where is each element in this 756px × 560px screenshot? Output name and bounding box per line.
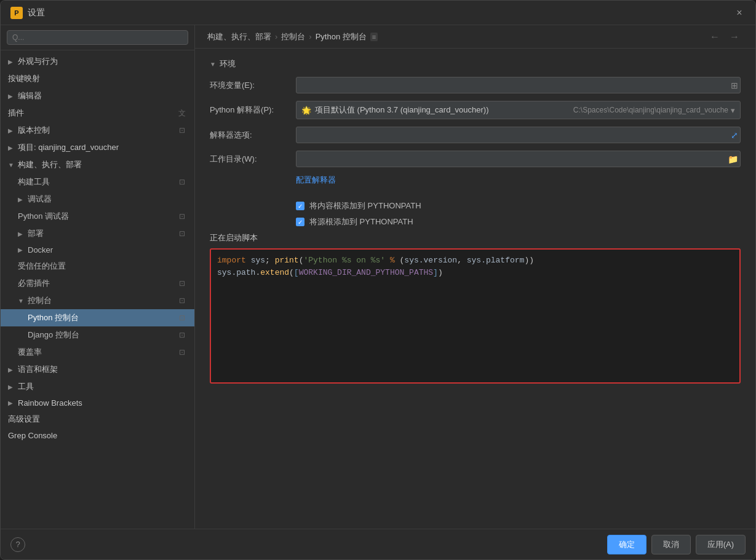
chevron-right-icon: ▶ [8, 58, 15, 65]
sidebar-item-appearance[interactable]: ▶ 外观与行为 [1, 53, 194, 70]
settings-icon: ⊡ [177, 296, 187, 306]
apply-button[interactable]: 应用(A) [696, 535, 746, 554]
code-line-2: sys.path.extend([WORKING_DIR_AND_PYTHON_… [217, 267, 733, 279]
sidebar-item-rainbow-brackets[interactable]: ▶ Rainbow Brackets [1, 395, 194, 411]
interpreter-options-label: 解释器选项: [210, 130, 296, 141]
checkbox2-container[interactable]: ✓ 将源根添加到 PYTHONPATH [296, 216, 413, 227]
bottom-bar: ? 确定 取消 应用(A) [1, 529, 755, 559]
breadcrumb: 构建、执行、部署 › 控制台 › Python 控制台 ≡ [207, 31, 706, 42]
sidebar-item-build[interactable]: ▼ 构建、执行、部署 [1, 156, 194, 173]
sidebar-item-build-tools[interactable]: 构建工具 ⊡ [1, 173, 194, 191]
working-dir-label: 工作目录(W): [210, 154, 296, 165]
sidebar-item-label: Grep Console [8, 431, 57, 440]
forward-arrow[interactable]: → [726, 30, 743, 44]
sidebar-item-advanced[interactable]: 高级设置 [1, 411, 194, 428]
sidebar-item-vcs[interactable]: ▶ 版本控制 ⊡ [1, 122, 194, 139]
sidebar-item-editor[interactable]: ▶ 编辑器 [1, 87, 194, 105]
env-vars-row: 环境变量(E): ⊞ [210, 77, 741, 93]
configure-interpreter-row: 配置解释器 [210, 175, 741, 193]
breadcrumb-sep-1: › [275, 32, 277, 41]
check-icon: ✓ [298, 203, 303, 210]
expand-icon[interactable]: ⤢ [731, 130, 738, 140]
sidebar-item-label: 部署 [28, 228, 44, 239]
checkbox2[interactable]: ✓ [296, 218, 304, 226]
close-button[interactable]: × [733, 7, 746, 19]
chevron-down-icon: ▼ [8, 162, 15, 168]
sidebar-item-keymap[interactable]: 按键映射 [1, 70, 194, 87]
sidebar-item-trusted-locations[interactable]: 受信任的位置 [1, 258, 194, 275]
sidebar-item-grep-console[interactable]: Grep Console [1, 428, 194, 443]
code-line-1: import sys; print('Python %s on %s' % (s… [217, 254, 733, 267]
sidebar-item-label: 必需插件 [18, 278, 50, 289]
interpreter-label: Python 解释器(P): [210, 105, 296, 116]
env-vars-label: 环境变量(E): [210, 80, 296, 91]
sidebar-item-deployment[interactable]: ▶ 部署 ⊡ [1, 225, 194, 242]
sidebar-item-label: 外观与行为 [18, 56, 58, 67]
sidebar-item-required-plugins[interactable]: 必需插件 ⊡ [1, 275, 194, 292]
env-section: ▼ 环境 [210, 58, 741, 69]
sidebar-item-python-console[interactable]: Python 控制台 ⊡ [1, 309, 194, 326]
sidebar-item-label: 按键映射 [8, 73, 40, 84]
env-vars-input[interactable] [296, 77, 741, 93]
interpreter-name: 项目默认值 (Python 3.7 (qianjing_card_voucher… [315, 105, 573, 116]
checkbox1-container[interactable]: ✓ 将内容根添加到 PYTHONPATH [296, 200, 421, 211]
folder-icon[interactable]: 📁 [728, 154, 738, 164]
interpreter-options-field: ⤢ [296, 127, 741, 143]
startup-script-editor[interactable]: import sys; print('Python %s on %s' % (s… [210, 248, 741, 384]
settings-icon: ⊡ [177, 330, 187, 340]
search-box [1, 25, 194, 50]
checkbox1-row: ✓ 将内容根添加到 PYTHONPATH [296, 200, 741, 211]
chevron-right-icon: ▶ [18, 196, 25, 203]
chevron-right-icon: ▶ [18, 246, 25, 253]
breadcrumb-bar: 构建、执行、部署 › 控制台 › Python 控制台 ≡ ← → [195, 25, 755, 49]
sidebar-item-console[interactable]: ▼ 控制台 ⊡ [1, 292, 194, 309]
working-dir-field: 📁 [296, 151, 741, 167]
breadcrumb-part-3: Python 控制台 [316, 31, 367, 42]
configure-interpreter-link[interactable]: 配置解释器 [296, 175, 336, 186]
sidebar-item-coverage[interactable]: 覆盖率 ⊡ [1, 344, 194, 361]
settings-icon: ⊡ [177, 313, 187, 323]
collapse-arrow-icon[interactable]: ▼ [210, 61, 216, 68]
translate-icon: 文 [177, 108, 187, 118]
breadcrumb-sep-2: › [309, 32, 311, 41]
bottom-buttons: 确定 取消 应用(A) [607, 535, 746, 554]
settings-icon: ⊡ [177, 347, 187, 357]
interpreter-emoji: 🌟 [301, 106, 311, 115]
sidebar: ▶ 外观与行为 按键映射 ▶ 编辑器 插件 文 [1, 25, 195, 529]
cancel-button[interactable]: 取消 [651, 535, 691, 554]
help-button[interactable]: ? [10, 537, 25, 552]
settings-icon: ⊡ [177, 211, 187, 221]
edit-icon[interactable]: ⊞ [731, 81, 738, 90]
sidebar-list: ▶ 外观与行为 按键映射 ▶ 编辑器 插件 文 [1, 50, 194, 529]
sidebar-item-label: 高级设置 [8, 414, 40, 425]
settings-icon: ⊡ [177, 125, 187, 135]
interpreter-options-row: 解释器选项: ⤢ [210, 127, 741, 143]
dialog-title: 设置 [28, 7, 45, 18]
sidebar-item-plugins[interactable]: 插件 文 [1, 105, 194, 122]
chevron-right-icon: ▶ [8, 400, 15, 406]
sidebar-item-django-console[interactable]: Django 控制台 ⊡ [1, 326, 194, 344]
interpreter-options-input[interactable] [296, 127, 741, 143]
sidebar-item-python-debugger[interactable]: Python 调试器 ⊡ [1, 208, 194, 225]
breadcrumb-icon: ≡ [370, 33, 378, 41]
chevron-right-icon: ▶ [8, 127, 15, 134]
sidebar-item-label: 项目: qianjing_card_voucher [18, 142, 119, 153]
breadcrumb-part-2: 控制台 [281, 31, 305, 42]
checkbox1[interactable]: ✓ [296, 202, 304, 210]
sidebar-item-docker[interactable]: ▶ Docker [1, 242, 194, 258]
settings-dialog: P 设置 × ▶ 外观与行为 按键映射 ▶ [0, 0, 756, 560]
chevron-right-icon: ▶ [8, 384, 15, 390]
sidebar-item-project[interactable]: ▶ 项目: qianjing_card_voucher [1, 139, 194, 156]
sidebar-item-tools[interactable]: ▶ 工具 [1, 378, 194, 395]
interpreter-select[interactable]: 🌟 项目默认值 (Python 3.7 (qianjing_card_vouch… [296, 101, 741, 119]
search-input[interactable] [7, 30, 188, 45]
ok-button[interactable]: 确定 [607, 535, 647, 554]
sidebar-item-label: 语言和框架 [18, 364, 58, 375]
sidebar-item-debugger[interactable]: ▶ 调试器 [1, 191, 194, 208]
working-dir-input[interactable] [296, 151, 741, 167]
sidebar-item-label: 工具 [18, 381, 34, 392]
back-arrow[interactable]: ← [706, 30, 723, 44]
sidebar-item-languages[interactable]: ▶ 语言和框架 [1, 361, 194, 378]
interpreter-row: Python 解释器(P): 🌟 项目默认值 (Python 3.7 (qian… [210, 101, 741, 119]
checkbox2-row: ✓ 将源根添加到 PYTHONPATH [296, 216, 741, 227]
